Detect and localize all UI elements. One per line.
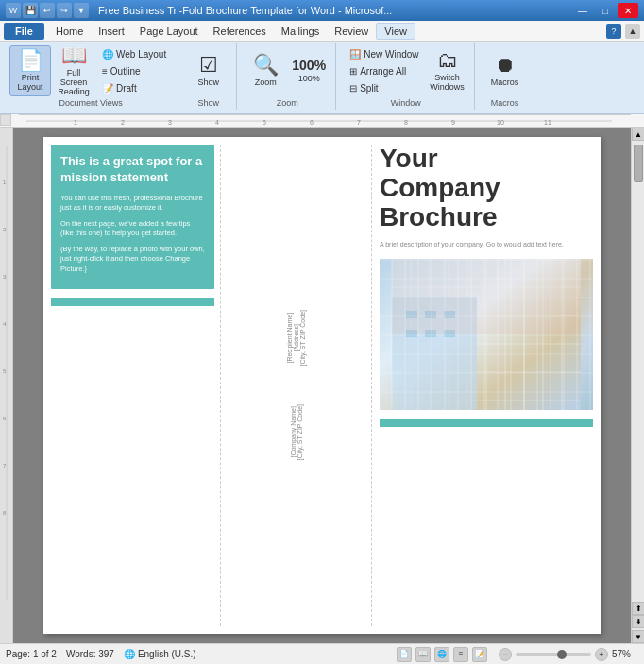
menu-review[interactable]: Review: [327, 24, 376, 39]
next-page-button[interactable]: ⬇: [632, 615, 644, 628]
new-window-button[interactable]: 🪟 New Window: [344, 45, 424, 62]
split-icon: ⊟: [349, 83, 357, 94]
svg-rect-40: [444, 311, 455, 318]
zoom-content: 🔍 Zoom 100% 100%: [245, 45, 330, 96]
outline-icon: ≡: [102, 66, 108, 77]
svg-text:2: 2: [121, 119, 125, 126]
show-icon: ☑: [199, 55, 218, 76]
svg-text:3: 3: [3, 274, 7, 280]
svg-text:7: 7: [3, 463, 7, 468]
print-layout-button[interactable]: 📄 PrintLayout: [9, 45, 51, 96]
view-outline-button[interactable]: ≡: [453, 647, 468, 662]
brochure-subtitle: A brief description of your company. Go …: [380, 241, 593, 247]
arrange-all-button[interactable]: ⊞ Arrange All: [344, 62, 424, 79]
full-screen-reading-button[interactable]: 📖 Full ScreenReading: [53, 45, 94, 96]
zoom-out-button[interactable]: −: [499, 648, 512, 661]
view-print-button[interactable]: 📄: [397, 647, 412, 662]
svg-rect-41: [406, 330, 417, 337]
svg-rect-44: [392, 259, 581, 334]
help-button[interactable]: ?: [606, 24, 621, 39]
svg-rect-43: [444, 330, 455, 337]
document-views-content: 📄 PrintLayout 📖 Full ScreenReading 🌐 Web…: [9, 45, 172, 96]
ribbon-group-document-views: 📄 PrintLayout 📖 Full ScreenReading 🌐 Web…: [4, 43, 178, 110]
split-button[interactable]: ⊟ Split: [344, 79, 424, 96]
left-panel: This is a great spot for a mission state…: [51, 145, 221, 626]
window-controls: — □ ✕: [572, 3, 638, 18]
svg-text:8: 8: [404, 119, 408, 126]
svg-text:1: 1: [3, 179, 7, 185]
svg-text:7: 7: [357, 119, 361, 126]
minimize-button[interactable]: —: [572, 3, 593, 18]
maximize-button[interactable]: □: [595, 3, 616, 18]
zoom-100-icon: 100%: [292, 59, 326, 72]
title-bar: W 💾 ↩ ↪ ▼ Free Business Tri-Fold Brochur…: [0, 0, 644, 21]
ribbon-group-show: ☑ Show Show: [180, 43, 237, 110]
menu-references[interactable]: References: [206, 24, 274, 39]
para-3: {By the way, to replace a photo with you…: [60, 245, 205, 275]
show-button[interactable]: ☑ Show: [188, 45, 229, 96]
teal-bar: [51, 298, 214, 306]
svg-rect-36: [392, 297, 477, 410]
word-icon[interactable]: W: [6, 3, 21, 18]
quick-access-undo[interactable]: ↩: [40, 3, 55, 18]
menu-home[interactable]: Home: [48, 24, 91, 39]
split-label: Split: [360, 83, 378, 94]
macros-icon: ⏺: [495, 55, 516, 76]
small-view-buttons: 🌐 Web Layout ≡ Outline 📝 Draft: [96, 45, 172, 96]
scroll-down-button[interactable]: ▼: [632, 630, 644, 643]
menu-bar: File Home Insert Page Layout References …: [0, 21, 644, 42]
switch-windows-button[interactable]: 🗂 SwitchWindows: [427, 45, 468, 96]
web-layout-button[interactable]: 🌐 Web Layout: [96, 45, 172, 62]
right-panel: YourCompanyBrochure A brief description …: [372, 145, 593, 626]
quick-access-redo[interactable]: ↪: [57, 3, 72, 18]
company-address: [Company Name][City, ST ZIP Code]: [290, 404, 303, 461]
zoom-100-label: 100%: [298, 74, 320, 83]
outline-button[interactable]: ≡ Outline: [96, 62, 172, 79]
switch-windows-label: SwitchWindows: [430, 73, 465, 92]
zoom-icon: 🔍: [253, 55, 279, 76]
show-group-label: Show: [197, 96, 219, 108]
svg-text:11: 11: [544, 119, 551, 126]
scroll-thumb[interactable]: [634, 145, 643, 182]
view-web-button[interactable]: 🌐: [434, 647, 449, 662]
zoom-slider[interactable]: [516, 653, 591, 656]
language-label: English (U.S.): [138, 649, 196, 659]
new-window-label: New Window: [364, 49, 418, 60]
zoom-in-button[interactable]: +: [595, 648, 608, 661]
menu-view[interactable]: View: [376, 23, 415, 40]
title-bar-app-icons: W 💾 ↩ ↪ ▼: [6, 3, 89, 18]
switch-windows-icon: 🗂: [437, 50, 458, 71]
word-count: Words: 397: [66, 649, 114, 659]
macros-button[interactable]: ⏺ Macros: [484, 45, 526, 96]
para-1: You can use this fresh, professional Bro…: [60, 194, 205, 213]
zoom-thumb[interactable]: [557, 650, 567, 659]
prev-page-button[interactable]: ⬆: [632, 602, 644, 615]
vertical-ruler: 1 2 3 4 5 6 7 8: [0, 128, 13, 643]
ribbon-minimize[interactable]: ▲: [625, 24, 640, 39]
full-screen-icon: 📖: [61, 45, 87, 66]
horizontal-ruler: 1 2 3 4 5 6 7 8 9 10 11: [19, 114, 631, 127]
full-screen-label: Full ScreenReading: [56, 68, 92, 96]
menu-page-layout[interactable]: Page Layout: [132, 24, 206, 39]
customize-quick-access[interactable]: ▼: [74, 3, 89, 18]
menu-insert[interactable]: Insert: [91, 24, 132, 39]
close-button[interactable]: ✕: [618, 3, 638, 18]
zoom-100-button[interactable]: 100% 100%: [288, 45, 330, 96]
menu-mailings[interactable]: Mailings: [274, 24, 327, 39]
quick-access-save[interactable]: 💾: [23, 3, 38, 18]
title-bar-left: W 💾 ↩ ↪ ▼ Free Business Tri-Fold Brochur…: [6, 3, 392, 18]
zoom-button[interactable]: 🔍 Zoom: [245, 45, 286, 96]
scroll-track: [632, 141, 644, 630]
svg-text:2: 2: [3, 227, 7, 232]
draft-button[interactable]: 📝 Draft: [96, 79, 172, 96]
view-full-button[interactable]: 📖: [415, 647, 431, 662]
scroll-up-button[interactable]: ▲: [632, 128, 644, 141]
title-text: Free Business Tri-Fold Brochure Template…: [98, 5, 392, 16]
file-menu-button[interactable]: File: [4, 23, 44, 40]
language-indicator: 🌐 English (U.S.): [124, 649, 196, 659]
content-area: 1 2 3 4 5 6 7 8 This is a great spot for…: [0, 128, 644, 643]
ribbon: 📄 PrintLayout 📖 Full ScreenReading 🌐 Web…: [0, 42, 644, 114]
window-group-label: Window: [391, 96, 421, 108]
view-draft-button[interactable]: 📝: [472, 647, 487, 662]
arrange-all-icon: ⊞: [349, 66, 357, 77]
